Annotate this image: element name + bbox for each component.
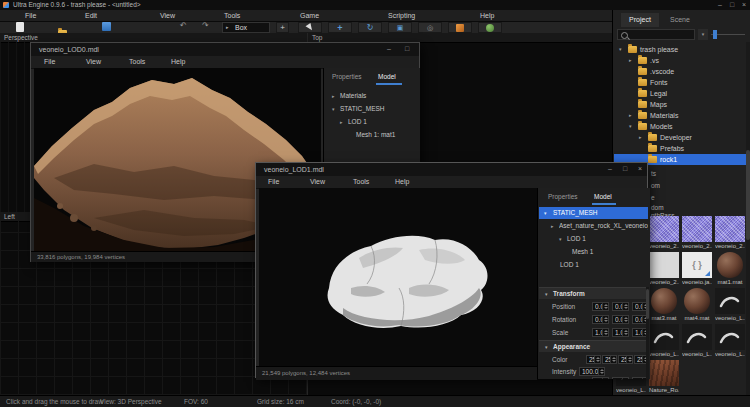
tab-properties[interactable]: Properties [332, 71, 362, 83]
tree-item-models[interactable]: ▾ Models [614, 121, 746, 132]
asset-thumbnail[interactable]: veoneio_2... [715, 216, 745, 249]
redo-button[interactable]: ↷ [202, 21, 209, 30]
tree-item-partial[interactable]: ts [651, 170, 656, 177]
export-tool-button[interactable] [448, 22, 472, 33]
asset-thumbnail[interactable]: veoneio_2... [649, 252, 679, 285]
menu-edit[interactable]: Edit [85, 10, 97, 21]
lod-x-spinbox[interactable]: 45.0 [592, 377, 609, 379]
position-y-spinbox[interactable]: 0.0 [612, 302, 629, 311]
window-close-button[interactable]: × [634, 164, 646, 174]
expand-arrow-icon[interactable]: ▾ [559, 233, 562, 245]
window-minimize-button[interactable]: – [383, 44, 395, 54]
menu-file[interactable]: File [44, 56, 55, 68]
section-appearance[interactable]: ▾Appearance [539, 340, 646, 352]
tree-item-static-mesh[interactable]: STATIC_MESH [340, 103, 385, 115]
translate-tool-button[interactable]: + [328, 22, 352, 33]
position-x-spinbox[interactable]: 0.0 [592, 302, 609, 311]
tree-item-lod1-b[interactable]: LOD 1 [560, 259, 579, 271]
tree-item-vscode[interactable]: .vscode [614, 66, 746, 77]
menu-help[interactable]: Help [395, 176, 409, 188]
expand-arrow-icon[interactable]: ▾ [629, 121, 632, 132]
expand-arrow-icon[interactable]: ▾ [619, 44, 622, 55]
search-input[interactable] [617, 29, 695, 40]
expand-arrow-icon[interactable]: ▸ [332, 90, 335, 102]
tree-item-asset-rock[interactable]: Aset_nature_rock_XL_veoneio_LOD1 [559, 220, 648, 232]
filter-dropdown-button[interactable]: ▾ [698, 29, 708, 40]
asset-thumbnail[interactable]: Nature_Ro... [649, 360, 679, 393]
spinner-arrows[interactable] [598, 368, 604, 375]
asset-thumbnail[interactable]: mat3.mat [649, 288, 679, 321]
window-minimize-button[interactable]: – [604, 164, 616, 174]
tree-item-prefabs[interactable]: Prefabs [614, 143, 746, 154]
tree-item-mesh1[interactable]: Mesh 1: mat1 [356, 129, 395, 141]
tree-item-materials[interactable]: Materials [340, 90, 366, 102]
app-maximize-button[interactable]: □ [726, 0, 738, 10]
rotation-y-spinbox[interactable]: 0.0 [612, 315, 629, 324]
asset-thumbnail[interactable]: veoneio_L... [715, 288, 745, 321]
expand-arrow-icon[interactable]: ▸ [639, 132, 642, 143]
window-maximize-button[interactable]: □ [619, 164, 631, 174]
app-close-button[interactable]: × [738, 0, 750, 10]
undo-button[interactable]: ↶ [180, 21, 187, 30]
tree-item-partial[interactable]: om [651, 182, 660, 189]
global-coords-button[interactable]: ◎ [418, 22, 442, 33]
menu-file[interactable]: File [25, 10, 36, 21]
tab-scene[interactable]: Scene [663, 13, 697, 27]
asset-thumbnail[interactable]: veoneio_L... [682, 324, 712, 357]
rotation-x-spinbox[interactable]: 0.0 [592, 315, 609, 324]
menu-scripting[interactable]: Scripting [388, 10, 415, 21]
expand-arrow-icon[interactable]: ▸ [629, 55, 632, 66]
thumbnail-size-slider-thumb[interactable] [713, 30, 717, 39]
tree-item-static-mesh-selected[interactable]: ▾ STATIC_MESH [539, 207, 648, 219]
expand-arrow-icon[interactable]: ▸ [340, 116, 343, 128]
asset-thumbnail[interactable]: mat4.mat [682, 288, 712, 321]
asset-thumbnail[interactable]: veoneio_L... [649, 324, 679, 357]
spinner-arrows[interactable] [602, 378, 608, 379]
tree-item-developer[interactable]: ▸ Developer [614, 132, 746, 143]
tab-model[interactable]: Model [594, 191, 612, 203]
app-minimize-button[interactable]: – [714, 0, 726, 10]
tree-item-legal[interactable]: Legal [614, 88, 746, 99]
asset-thumbnail[interactable]: mat1.mat [715, 252, 745, 285]
panel-scrollbar-thumb[interactable] [746, 150, 750, 240]
tree-item-fonts[interactable]: Fonts [614, 77, 746, 88]
add-primitive-button[interactable]: + [276, 22, 289, 33]
intensity-spinbox[interactable]: 100.0 [579, 367, 605, 376]
spinner-arrows[interactable] [610, 356, 616, 363]
tree-item-vs[interactable]: ▸ .vs [614, 55, 746, 66]
tree-item-lod1[interactable]: LOD 1 [567, 233, 586, 245]
spinner-arrows[interactable] [622, 329, 628, 336]
menu-game[interactable]: Game [300, 10, 319, 21]
spinner-arrows[interactable] [622, 378, 628, 379]
menu-tools[interactable]: Tools [129, 56, 145, 68]
window-maximize-button[interactable]: □ [401, 44, 413, 54]
window-titlebar[interactable]: veoneio_LOD0.mdl – □ [31, 43, 419, 56]
window-titlebar[interactable]: veoneio_LOD1.mdl – □ × [256, 163, 647, 176]
spinner-arrows[interactable] [602, 329, 608, 336]
lod-y-spinbox[interactable]: 32.0 [612, 377, 629, 379]
select-tool-button[interactable] [298, 22, 322, 33]
model-window-lod1[interactable]: veoneio_LOD1.mdl – □ × File View Tools H… [255, 162, 648, 378]
tab-project[interactable]: Project [621, 13, 659, 27]
section-transform[interactable]: ▾Transform [539, 287, 646, 299]
scale-tool-button[interactable]: ▣ [388, 22, 412, 33]
menu-tools[interactable]: Tools [224, 10, 240, 21]
primitive-dropdown[interactable]: ▸ Box [222, 22, 270, 33]
menu-view[interactable]: View [86, 56, 101, 68]
tree-item-maps[interactable]: Maps [614, 99, 746, 110]
tree-item-partial[interactable]: e [651, 194, 655, 201]
scale-x-spinbox[interactable]: 1.0 [592, 328, 609, 337]
expand-arrow-icon[interactable]: ▾ [332, 103, 335, 115]
model-viewport-lod1[interactable] [259, 188, 537, 366]
menu-tools[interactable]: Tools [353, 176, 369, 188]
expand-arrow-icon[interactable]: ▸ [551, 220, 554, 232]
tree-item-partial[interactable]: dom [651, 204, 664, 211]
asset-thumbnail[interactable]: veoneio_2... [682, 216, 712, 249]
menu-help[interactable]: Help [480, 10, 494, 21]
scale-y-spinbox[interactable]: 1.0 [612, 328, 629, 337]
color-b-spinbox[interactable]: 255 [618, 355, 633, 364]
spinner-arrows[interactable] [622, 303, 628, 310]
expand-arrow-icon[interactable]: ▸ [629, 110, 632, 121]
tree-item-trash-please[interactable]: ▾ trash please [614, 44, 746, 55]
panel-scrollbar[interactable] [746, 42, 750, 395]
